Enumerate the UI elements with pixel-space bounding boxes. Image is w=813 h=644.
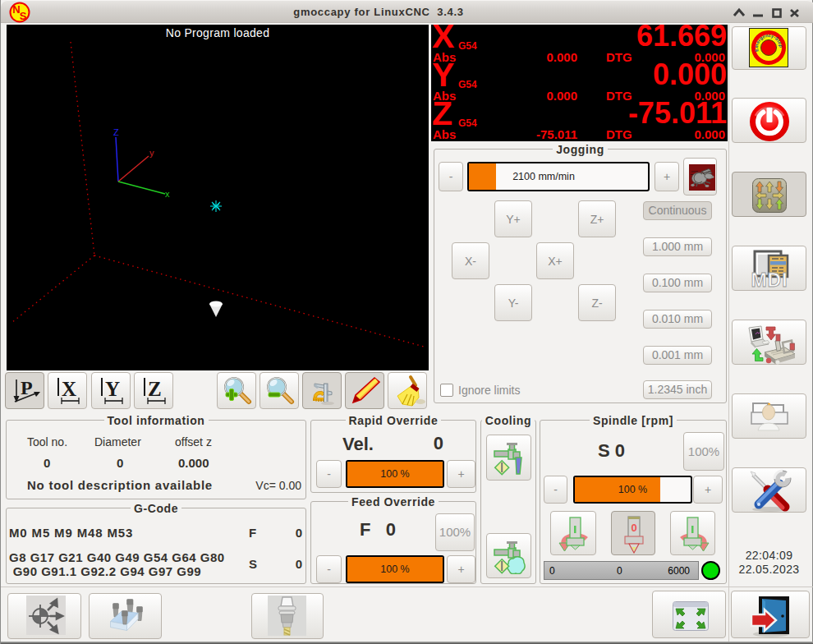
svg-text:Z: Z xyxy=(148,378,162,400)
svg-text:x: x xyxy=(165,189,170,199)
svg-text:X: X xyxy=(62,378,76,400)
svg-text:Y: Y xyxy=(105,378,120,400)
svg-text:y: y xyxy=(149,148,154,158)
svg-text:0: 0 xyxy=(631,522,636,534)
svg-text:Z: Z xyxy=(113,127,119,137)
svg-text:MDI: MDI xyxy=(751,269,788,291)
